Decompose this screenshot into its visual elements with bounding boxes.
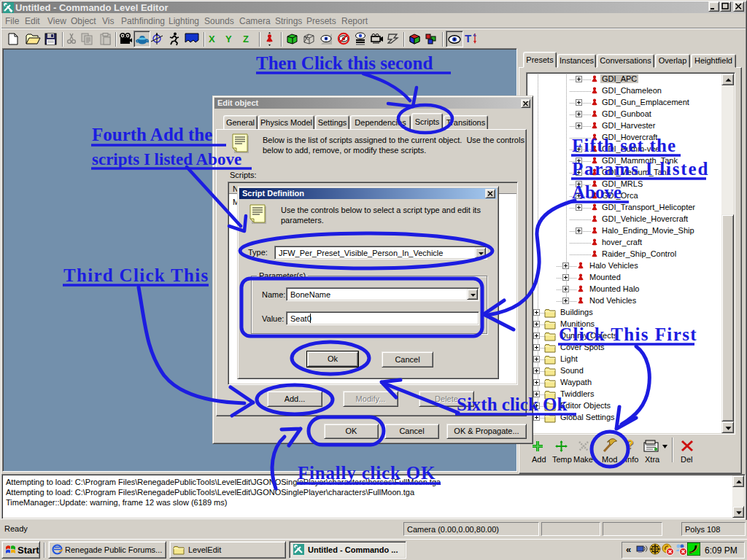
svg-text:Then Click this second: Then Click this second [256, 53, 433, 73]
svg-text:Click This First: Click This First [559, 324, 697, 344]
svg-text:Fifth set the: Fifth set the [572, 136, 676, 155]
svg-text:Finally click OK: Finally click OK [298, 463, 436, 483]
svg-text:Third Click This: Third Click This [63, 265, 209, 285]
svg-text:Fourth Add the: Fourth Add the [92, 125, 212, 144]
svg-text:scripts I listed Above: scripts I listed Above [92, 150, 241, 168]
svg-text:Sixth click Ok: Sixth click Ok [457, 394, 568, 414]
svg-text:Params I listed: Params I listed [572, 159, 709, 179]
svg-text:Above: Above [572, 182, 622, 202]
